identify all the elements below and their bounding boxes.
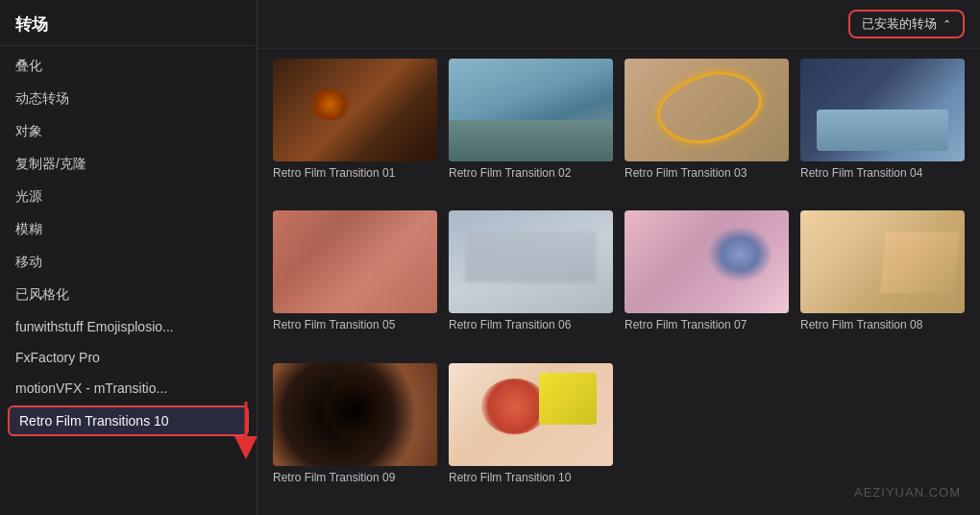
sidebar: 转场 叠化动态转场对象复制器/克隆光源模糊移动已风格化funwithstuff … bbox=[0, 0, 257, 515]
thumbnail-t07 bbox=[625, 210, 789, 313]
transition-label-t04: Retro Film Transition 04 bbox=[800, 166, 965, 182]
sidebar-list: 叠化动态转场对象复制器/克隆光源模糊移动已风格化funwithstuff Emo… bbox=[0, 46, 257, 515]
transition-label-t07: Retro Film Transition 07 bbox=[625, 318, 789, 333]
main-header: 已安装的转场 ⌃ bbox=[257, 0, 980, 49]
sidebar-header: 转场 bbox=[0, 0, 257, 46]
thumbnail-t09 bbox=[273, 363, 437, 466]
sidebar-item-object[interactable]: 对象 bbox=[0, 115, 257, 148]
grid-item-t10[interactable]: Retro Film Transition 10 bbox=[449, 363, 613, 505]
sidebar-item-move[interactable]: 移动 bbox=[0, 246, 257, 279]
grid-item-t03[interactable]: Retro Film Transition 03 bbox=[625, 59, 789, 201]
grid-item-t05[interactable]: Retro Film Transition 05 bbox=[273, 210, 437, 353]
grid-item-t02[interactable]: Retro Film Transition 02 bbox=[449, 59, 613, 201]
transition-label-t10: Retro Film Transition 10 bbox=[449, 471, 613, 486]
chevron-icon: ⌃ bbox=[943, 18, 951, 31]
thumbnail-t02 bbox=[449, 59, 613, 161]
grid-item-t04[interactable]: Retro Film Transition 04 bbox=[800, 59, 965, 201]
sidebar-item-retro[interactable]: Retro Film Transitions 10 bbox=[8, 405, 249, 436]
transition-label-t01: Retro Film Transition 01 bbox=[273, 166, 437, 182]
thumbnail-t10 bbox=[449, 363, 613, 466]
thumbnail-t06 bbox=[449, 210, 613, 313]
sidebar-item-replicator[interactable]: 复制器/克隆 bbox=[0, 148, 257, 181]
sidebar-item-overlay[interactable]: 叠化 bbox=[0, 50, 257, 83]
sidebar-item-stylized[interactable]: 已风格化 bbox=[0, 279, 257, 311]
thumbnail-t01 bbox=[273, 59, 437, 161]
transition-label-t02: Retro Film Transition 02 bbox=[449, 166, 613, 182]
grid-item-t09[interactable]: Retro Film Transition 09 bbox=[273, 363, 437, 505]
sidebar-item-blur[interactable]: 模糊 bbox=[0, 213, 257, 246]
main-content: 已安装的转场 ⌃ Retro Film Transition 01Retro F… bbox=[257, 0, 980, 515]
grid-item-t07[interactable]: Retro Film Transition 07 bbox=[625, 210, 789, 353]
installed-label: 已安装的转场 bbox=[862, 15, 937, 33]
transition-label-t05: Retro Film Transition 05 bbox=[273, 318, 437, 333]
grid-item-t01[interactable]: Retro Film Transition 01 bbox=[273, 59, 437, 201]
installed-filter-button[interactable]: 已安装的转场 ⌃ bbox=[848, 10, 965, 38]
transitions-grid: Retro Film Transition 01Retro Film Trans… bbox=[257, 49, 980, 515]
thumbnail-t04 bbox=[800, 59, 965, 161]
transition-label-t06: Retro Film Transition 06 bbox=[449, 318, 613, 333]
transition-label-t08: Retro Film Transition 08 bbox=[800, 318, 965, 333]
sidebar-item-dynamic[interactable]: 动态转场 bbox=[0, 83, 257, 115]
sidebar-item-motionvfx[interactable]: motionVFX - mTransitio... bbox=[0, 373, 257, 404]
thumbnail-t08 bbox=[800, 210, 965, 313]
transition-label-t09: Retro Film Transition 09 bbox=[273, 471, 437, 486]
sidebar-item-light[interactable]: 光源 bbox=[0, 181, 257, 213]
sidebar-item-emoji[interactable]: funwithstuff Emojisplosio... bbox=[0, 311, 257, 342]
thumbnail-t05 bbox=[273, 210, 437, 313]
grid-item-t06[interactable]: Retro Film Transition 06 bbox=[449, 210, 613, 353]
watermark: AEZIYUAN.COM bbox=[854, 485, 961, 500]
thumbnail-t03 bbox=[625, 59, 789, 161]
sidebar-item-fxfactory[interactable]: FxFactory Pro bbox=[0, 342, 257, 373]
transition-label-t03: Retro Film Transition 03 bbox=[625, 166, 789, 182]
grid-item-t08[interactable]: Retro Film Transition 08 bbox=[800, 210, 965, 353]
